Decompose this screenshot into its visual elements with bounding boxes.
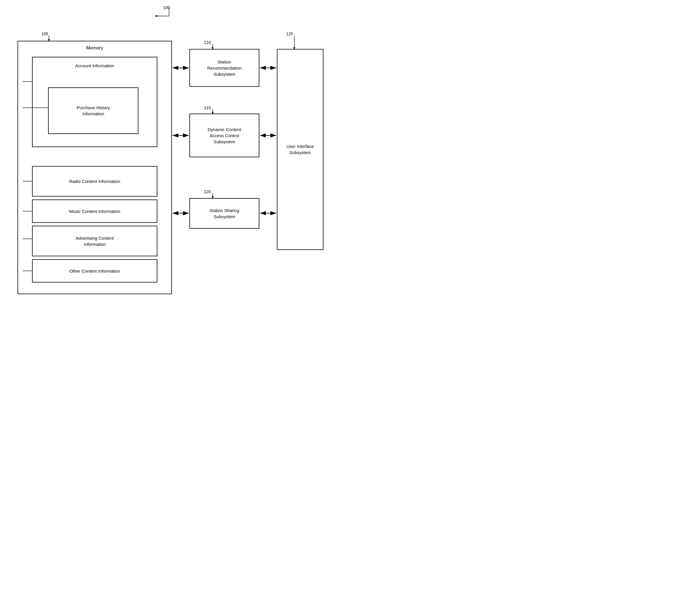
diagram: 100 105 110 115 120 125 130 135 140 145 …: [0, 0, 337, 308]
other-box: Other Content Information: [32, 259, 157, 282]
svg-marker-4: [155, 15, 158, 17]
advertising-box: Advertising ContentInformation: [32, 226, 157, 256]
ref-110: 110: [204, 40, 211, 45]
purchase-label: Purchase HistoryInformation: [77, 105, 110, 117]
ref-105: 105: [41, 31, 48, 36]
memory-label: Memory: [86, 45, 103, 51]
radio-label: Radio Content Information: [69, 178, 120, 184]
dynamic-label: Dynamic ContentAccess ControlSubsystem: [208, 126, 241, 145]
other-label: Other Content Information: [69, 268, 120, 274]
music-label: Music Content Information: [69, 208, 120, 214]
ref-120: 120: [204, 189, 211, 194]
station-sharing-label: Station SharingSubsystem: [210, 207, 239, 220]
station-rec-box: StationRecommendationSubsystem: [190, 49, 259, 87]
music-box: Music Content Information: [32, 200, 157, 223]
ref-100: 100: [163, 5, 170, 10]
account-label: Account Information: [75, 63, 114, 69]
ui-box: User InterfaceSubsystem: [277, 49, 323, 250]
advertising-label: Advertising ContentInformation: [76, 235, 114, 247]
station-rec-label: StationRecommendationSubsystem: [207, 59, 242, 77]
ref-125: 125: [286, 31, 293, 36]
station-sharing-box: Station SharingSubsystem: [190, 198, 259, 229]
radio-box: Radio Content Information: [32, 166, 157, 197]
ui-label: User InterfaceSubsystem: [287, 143, 314, 155]
purchase-box: Purchase HistoryInformation: [48, 87, 138, 134]
ref-115: 115: [204, 105, 211, 110]
dynamic-box: Dynamic ContentAccess ControlSubsystem: [190, 114, 259, 157]
